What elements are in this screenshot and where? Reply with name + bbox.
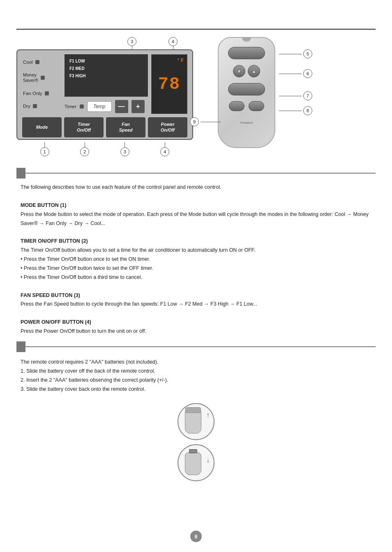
remote-callout-8: 8 [279,106,312,115]
battery-diagrams: ↑ ↓ [178,403,214,481]
remote-callout-7: 7 [279,91,312,100]
section2-box [16,341,25,352]
remote-top-button[interactable] [228,47,265,59]
timer-onoff-button[interactable]: TimerOn/Off [64,117,104,137]
dry-indicator: Dry [23,104,60,109]
remote-control-area: ▼ ▲ Friedrich 5 [218,37,275,148]
remote-bottom-left-button[interactable] [229,101,244,111]
section2-header [16,341,376,352]
temp-increase-button[interactable]: + [131,100,145,113]
remote-circle-6: 6 [303,69,312,78]
section2-content: The remote control requires 2 "AAA" batt… [21,358,371,394]
remote-up-arrow[interactable]: ▲ [248,65,260,77]
top-rule [16,29,376,30]
timer-row: Timer Temp — + [65,99,148,114]
cool-indicator: Cool [23,60,60,65]
bottom-callout-4: 4 [160,147,169,156]
section1-text: The following describes how to use each … [21,183,371,336]
remote-circle-8: 8 [303,106,312,115]
remote-callout-6: 6 [279,69,312,78]
section1-header [16,168,376,179]
temp-label: Temp [87,101,112,112]
remote-callout-5: 5 [279,49,312,58]
remote-nav-cluster: ▼ ▲ [233,65,260,77]
battery-diagram-1: ↑ [178,403,214,440]
remote-down-arrow[interactable]: ▼ [233,65,245,77]
diagram-area: 3 4 Cool [16,33,378,160]
power-onoff-button[interactable]: PowerOn/Off [148,117,187,137]
fan-speed-display: F1 LOW F2 MED F3 HIGH [65,54,148,97]
remote-bottom-buttons [229,101,264,111]
remote-circle-9: 9 [190,117,199,126]
temp-decrease-button[interactable]: — [115,100,128,113]
remote-callout-9: 9 [190,117,221,126]
remote-body: ▼ ▲ Friedrich [218,37,275,148]
section1-box [16,168,25,179]
remote-circle-5: 5 [303,49,312,58]
temp-unit-label: °F [177,58,184,64]
fan-only-indicator: Fan Only [23,91,60,96]
battery-diagram-2: ↓ [178,444,214,481]
control-panel: 3 4 Cool [16,49,193,156]
remote-brand-label: Friedrich [240,121,253,125]
remote-middle-button[interactable] [228,83,265,95]
remote-notch [242,38,251,42]
bottom-callout-3: 3 [120,147,129,156]
fan-speed-button[interactable]: FanSpeed [106,117,145,137]
section2-line [25,346,376,348]
temperature-display: 78 °F [151,54,187,114]
mode-button[interactable]: Mode [22,117,62,137]
section1-line [25,173,376,174]
bottom-callout-1: 1 [40,147,49,156]
page-number: 6 [190,531,202,542]
indicators-column: Cool MoneySaver® Fan Only Dry [22,54,61,114]
money-saver-indicator: MoneySaver® [23,72,60,83]
buttons-row: Mode TimerOn/Off FanSpeed PowerOn/Off [22,117,187,137]
remote-bottom-right-button[interactable] [249,101,264,111]
remote-circle-7: 7 [303,91,312,100]
bottom-callout-2: 2 [80,147,89,156]
